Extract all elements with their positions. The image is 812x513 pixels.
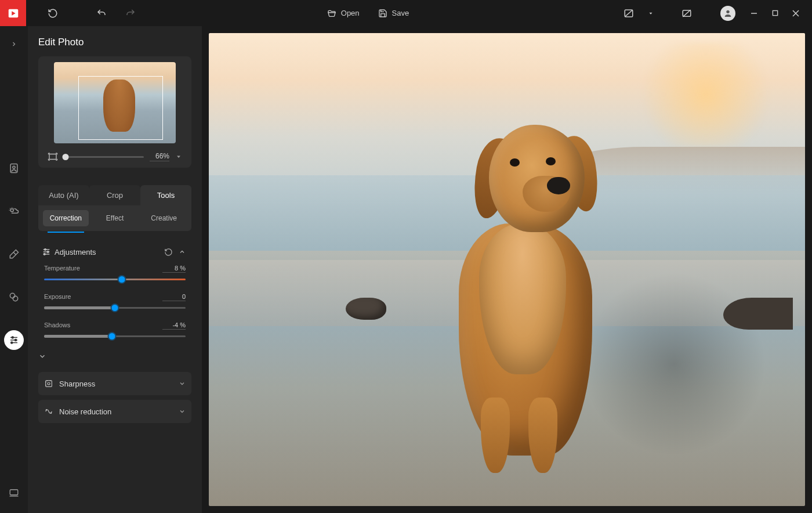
shadows-label: Shadows xyxy=(44,321,70,330)
zoom-dropdown-icon[interactable] xyxy=(175,153,182,160)
svg-point-36 xyxy=(46,410,46,410)
crop-overlay xyxy=(78,76,163,140)
svg-marker-4 xyxy=(650,12,652,14)
window-minimize-icon[interactable] xyxy=(744,3,764,24)
sharpness-label: Sharpness xyxy=(59,380,179,388)
rail-weather-icon[interactable] xyxy=(4,201,24,221)
compare-dropdown-icon[interactable] xyxy=(640,3,661,24)
svg-rect-24 xyxy=(10,490,18,495)
reset-icon[interactable] xyxy=(42,3,63,24)
svg-point-21 xyxy=(15,339,17,341)
svg-point-19 xyxy=(12,337,13,338)
svg-line-6 xyxy=(683,10,691,17)
rail-eraser-icon[interactable] xyxy=(4,244,24,264)
exposure-label: Exposure xyxy=(44,293,71,301)
main-tabs: Auto (AI) Crop Tools xyxy=(38,185,191,205)
app-logo[interactable] xyxy=(0,0,26,26)
exposure-value: 0 xyxy=(162,293,186,301)
rail-expand-icon[interactable] xyxy=(4,34,24,54)
svg-rect-34 xyxy=(46,381,52,387)
section-head-adjustments[interactable]: Adjustments xyxy=(38,241,191,262)
tab-crop[interactable]: Crop xyxy=(89,185,140,205)
svg-line-15 xyxy=(13,252,16,255)
rail-overlay-icon[interactable] xyxy=(4,287,24,307)
tab-tools[interactable]: Tools xyxy=(140,185,191,205)
subtab-correction[interactable]: Correction xyxy=(43,210,89,226)
svg-marker-27 xyxy=(177,156,180,158)
svg-point-37 xyxy=(50,413,51,413)
person-icon xyxy=(723,9,733,18)
photo-preview[interactable] xyxy=(209,33,805,506)
exposure-handle[interactable] xyxy=(111,304,119,312)
svg-line-3 xyxy=(625,10,632,16)
adjustments-label: Adjustments xyxy=(55,248,160,256)
main: Edit Photo 66% Auto (AI) Crop Tools Corr… xyxy=(0,26,812,513)
rail-device-icon[interactable] xyxy=(4,483,24,503)
tab-auto-ai[interactable]: Auto (AI) xyxy=(38,185,89,205)
zoom-control: 66% xyxy=(44,151,186,162)
edit-panel: Edit Photo 66% Auto (AI) Crop Tools Corr… xyxy=(28,26,202,513)
svg-point-16 xyxy=(10,293,14,298)
temperature-value: 8 % xyxy=(162,265,186,273)
shadows-track[interactable] xyxy=(44,335,186,337)
svg-point-17 xyxy=(13,296,17,301)
temperature-label: Temperature xyxy=(44,265,80,273)
show-more-icon[interactable] xyxy=(38,348,191,365)
section-adjustments: Adjustments Temperature 8 % xyxy=(38,241,191,365)
section-noise-reduction[interactable]: Noise reduction xyxy=(38,400,191,423)
slider-shadows: Shadows -4 % xyxy=(38,319,191,348)
svg-point-7 xyxy=(726,10,729,13)
exposure-track[interactable] xyxy=(44,307,186,309)
section-sharpness[interactable]: Sharpness xyxy=(38,372,191,395)
svg-point-35 xyxy=(48,382,50,385)
subtab-effect[interactable]: Effect xyxy=(92,210,138,226)
redo-icon[interactable] xyxy=(120,3,141,24)
svg-rect-26 xyxy=(49,154,56,160)
zoom-slider[interactable] xyxy=(64,156,144,158)
save-button[interactable]: Save xyxy=(371,3,416,24)
svg-rect-9 xyxy=(773,10,777,15)
chevron-down-icon xyxy=(179,380,186,387)
canvas xyxy=(202,26,812,513)
temperature-handle[interactable] xyxy=(118,275,126,284)
shadows-value: -4 % xyxy=(162,321,186,330)
window-close-icon[interactable] xyxy=(785,3,806,24)
subtab-creative[interactable]: Creative xyxy=(141,210,187,226)
sharpness-icon xyxy=(44,379,59,388)
svg-point-13 xyxy=(13,166,15,168)
slider-temperature: Temperature 8 % xyxy=(38,262,191,291)
titlebar: Open Save xyxy=(0,0,812,26)
window-maximize-icon[interactable] xyxy=(764,3,785,24)
chevron-down-icon xyxy=(179,408,186,415)
no-preview-icon[interactable] xyxy=(676,3,697,24)
svg-point-23 xyxy=(11,342,13,344)
compare-icon[interactable] xyxy=(618,3,639,24)
rail-adjustments-icon[interactable] xyxy=(4,330,24,350)
panel-title: Edit Photo xyxy=(38,37,191,48)
noise-reduction-icon xyxy=(44,407,59,416)
open-label: Open xyxy=(341,9,360,17)
open-button[interactable]: Open xyxy=(320,3,367,24)
fit-screen-icon[interactable] xyxy=(48,151,58,162)
folder-open-icon xyxy=(327,9,336,18)
chevron-up-icon[interactable] xyxy=(176,248,188,255)
shadows-handle[interactable] xyxy=(108,332,117,341)
thumbnail-block: 66% xyxy=(38,56,191,168)
zoom-value: 66% xyxy=(150,152,169,161)
user-avatar[interactable] xyxy=(720,6,735,21)
svg-point-14 xyxy=(10,209,13,212)
undo-icon[interactable] xyxy=(91,3,112,24)
rail-portrait-icon[interactable] xyxy=(4,158,24,178)
save-label: Save xyxy=(392,9,409,17)
sub-tabs: Correction Effect Creative xyxy=(38,205,191,231)
reset-adjustments-icon[interactable] xyxy=(160,248,176,256)
temperature-track[interactable] xyxy=(44,279,186,280)
slider-exposure: Exposure 0 xyxy=(38,291,191,319)
left-rail xyxy=(0,26,28,513)
save-icon xyxy=(378,9,387,18)
noise-reduction-label: Noise reduction xyxy=(59,407,179,416)
sliders-icon xyxy=(42,247,55,256)
thumbnail-image[interactable] xyxy=(54,62,176,143)
zoom-handle[interactable] xyxy=(62,154,68,160)
